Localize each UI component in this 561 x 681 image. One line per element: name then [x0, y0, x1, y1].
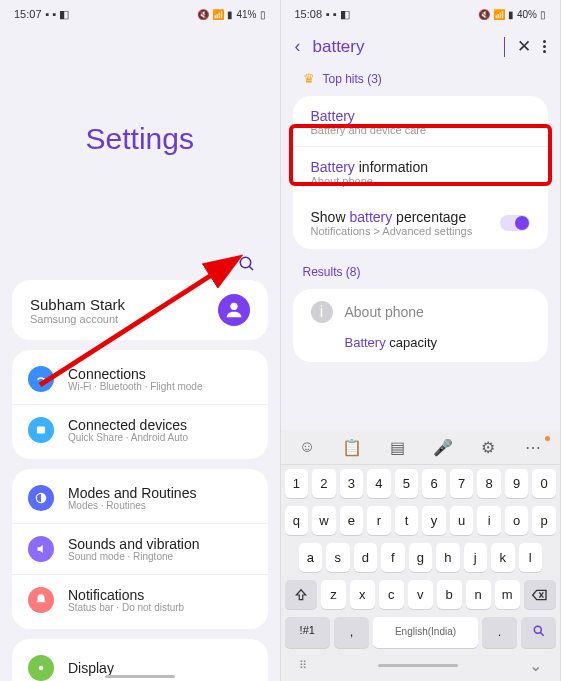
kb-space-key[interactable]: English(India) [373, 617, 478, 648]
kb-bottom-row: !#1 , English(India) . [281, 613, 561, 652]
page-title: Settings [0, 122, 280, 156]
kb-key-x[interactable]: x [350, 580, 375, 609]
kb-key-u[interactable]: u [450, 506, 474, 535]
menu-connected-devices[interactable]: Connected devicesQuick Share · Android A… [12, 404, 268, 455]
kb-symbols-key[interactable]: !#1 [285, 617, 331, 648]
kb-key-f[interactable]: f [381, 543, 405, 572]
kb-key-z[interactable]: z [321, 580, 346, 609]
kb-key-s[interactable]: s [326, 543, 350, 572]
kb-key-1[interactable]: 1 [285, 469, 309, 498]
status-battery: 41% [236, 9, 256, 20]
kb-key-w[interactable]: w [312, 506, 336, 535]
avatar[interactable] [218, 294, 250, 326]
kb-search-key[interactable] [521, 617, 556, 648]
kb-key-p[interactable]: p [532, 506, 556, 535]
kb-key-6[interactable]: 6 [422, 469, 446, 498]
kb-key-3[interactable]: 3 [340, 469, 364, 498]
kb-key-d[interactable]: d [354, 543, 378, 572]
kb-comma-key[interactable]: , [334, 617, 369, 648]
clear-search-button[interactable]: ✕ [517, 36, 531, 57]
devices-icon [28, 417, 54, 443]
results-header: Results (8) [281, 259, 561, 289]
kb-key-v[interactable]: v [408, 580, 433, 609]
kb-key-4[interactable]: 4 [367, 469, 391, 498]
kb-key-n[interactable]: n [466, 580, 491, 609]
kb-key-0[interactable]: 0 [532, 469, 556, 498]
home-indicator[interactable] [105, 675, 175, 678]
status-mute-icon: 🔇 [478, 9, 490, 20]
menu-connections[interactable]: ConnectionsWi-Fi · Bluetooth · Flight mo… [12, 354, 268, 404]
svg-point-7 [39, 666, 44, 671]
status-wifi-icon: 📶 [212, 9, 224, 20]
kb-number-row: 1234567890 [281, 465, 561, 502]
kb-key-y[interactable]: y [422, 506, 446, 535]
kb-letter-row-1: qwertyuiop [281, 502, 561, 539]
result-about-phone[interactable]: i About phone [293, 289, 549, 335]
kb-key-c[interactable]: c [379, 580, 404, 609]
back-button[interactable]: ‹ [295, 36, 301, 57]
wifi-icon [28, 366, 54, 392]
kb-key-9[interactable]: 9 [505, 469, 529, 498]
menu-notifications[interactable]: NotificationsStatus bar · Do not disturb [12, 574, 268, 625]
profile-card[interactable]: Subham Stark Samsung account [12, 280, 268, 340]
menu-sounds[interactable]: Sounds and vibrationSound mode · Rington… [12, 523, 268, 574]
kb-shift-key[interactable] [285, 580, 317, 609]
more-options-button[interactable] [543, 40, 546, 53]
kb-key-q[interactable]: q [285, 506, 309, 535]
kb-key-7[interactable]: 7 [450, 469, 474, 498]
status-signal-icon: ▮ [227, 9, 233, 20]
kb-key-8[interactable]: 8 [477, 469, 501, 498]
status-signal-icon: ▮ [508, 9, 514, 20]
svg-line-9 [540, 632, 543, 635]
battery-icon: ▯ [260, 9, 266, 20]
kb-mic-icon[interactable]: 🎤 [429, 436, 457, 458]
result-battery-capacity[interactable]: Battery capacity [293, 335, 549, 362]
kb-key-l[interactable]: l [519, 543, 543, 572]
home-indicator[interactable] [378, 664, 458, 667]
search-results-screen: 15:08 ▪ ▪ ◧ 🔇 📶 ▮ 40% ▯ ‹ battery ✕ ♛ To… [281, 0, 562, 681]
kb-key-j[interactable]: j [464, 543, 488, 572]
svg-point-4 [230, 303, 237, 310]
kb-period-key[interactable]: . [482, 617, 517, 648]
kb-key-a[interactable]: a [299, 543, 323, 572]
kb-key-o[interactable]: o [505, 506, 529, 535]
menu-modes[interactable]: Modes and RoutinesModes · Routines [12, 473, 268, 523]
result-battery[interactable]: Battery Battery and device care [293, 96, 549, 146]
kb-backspace-key[interactable] [524, 580, 556, 609]
kb-settings-icon[interactable]: ⚙ [474, 436, 502, 458]
kb-key-5[interactable]: 5 [395, 469, 419, 498]
kb-key-r[interactable]: r [367, 506, 391, 535]
battery-icon: ▯ [540, 9, 546, 20]
status-app-icons: ▪ ▪ ◧ [326, 8, 350, 21]
search-icon[interactable] [238, 255, 256, 277]
result-show-battery-pct[interactable]: Show battery percentage Notifications > … [293, 197, 549, 249]
kb-more-icon[interactable]: ⋯ [519, 436, 547, 458]
top-hits-header: ♛ Top hits (3) [281, 65, 561, 96]
crown-icon: ♛ [303, 71, 315, 86]
status-bar: 15:08 ▪ ▪ ◧ 🔇 📶 ▮ 40% ▯ [281, 0, 561, 24]
status-battery: 40% [517, 9, 537, 20]
toggle-switch[interactable] [500, 215, 530, 231]
kb-key-t[interactable]: t [395, 506, 419, 535]
kb-grid-icon[interactable]: ⠿ [299, 659, 307, 672]
kb-key-i[interactable]: i [477, 506, 501, 535]
kb-clipboard-icon[interactable]: 📋 [338, 436, 366, 458]
kb-key-e[interactable]: e [340, 506, 364, 535]
kb-key-h[interactable]: h [436, 543, 460, 572]
kb-key-m[interactable]: m [495, 580, 520, 609]
kb-text-icon[interactable]: ▤ [384, 436, 412, 458]
kb-key-g[interactable]: g [409, 543, 433, 572]
kb-key-2[interactable]: 2 [312, 469, 336, 498]
kb-letter-row-3: zxcvbnm [281, 576, 561, 613]
kb-collapse-icon[interactable]: ⌄ [529, 656, 542, 675]
search-input[interactable]: battery [313, 37, 506, 57]
profile-sub: Samsung account [30, 313, 125, 325]
kb-letter-row-2: asdfghjkl [281, 539, 561, 576]
svg-line-1 [249, 266, 253, 270]
kb-emoji-icon[interactable]: ☺ [293, 436, 321, 458]
kb-key-b[interactable]: b [437, 580, 462, 609]
svg-rect-5 [37, 427, 45, 434]
profile-name: Subham Stark [30, 296, 125, 313]
result-battery-info[interactable]: Battery information About phone [293, 146, 549, 197]
kb-key-k[interactable]: k [491, 543, 515, 572]
